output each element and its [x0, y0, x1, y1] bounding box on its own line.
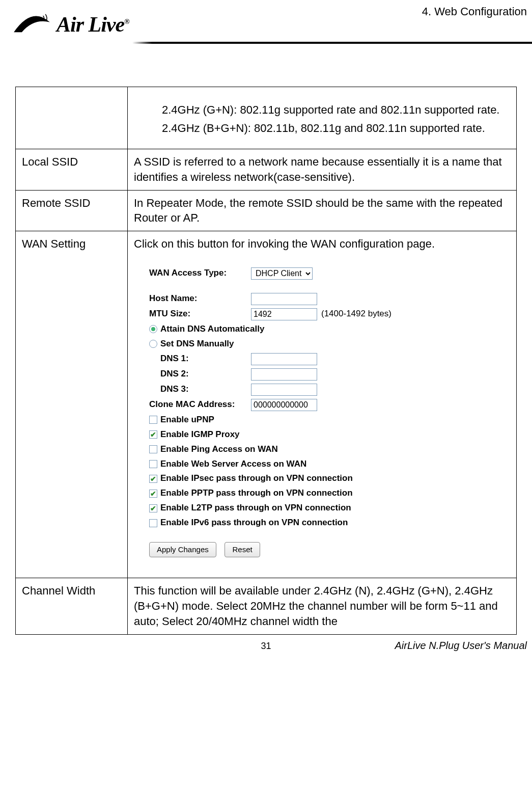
wan-setting-cell: Click on this button for invoking the WA…: [128, 231, 517, 578]
clone-mac-input[interactable]: [251, 399, 317, 411]
remote-ssid-label: Remote SSID: [16, 190, 128, 231]
content-area: 2.4GHz (G+N): 802.11g supported rate and…: [0, 76, 532, 635]
apply-changes-button[interactable]: Apply Changes: [149, 542, 216, 557]
dns1-label: DNS 1:: [149, 353, 251, 365]
channel-width-desc: This function will be available under 2.…: [128, 578, 517, 634]
host-name-input[interactable]: [251, 293, 317, 305]
dns-manual-label: Set DNS Manually: [160, 338, 234, 350]
table-cell-empty: [16, 87, 128, 149]
chapter-title: 4. Web Configuration: [422, 5, 527, 18]
wan-intro: Click on this button for invoking the WA…: [134, 236, 510, 252]
cb-l2tp-label: Enable L2TP pass through on VPN connecti…: [160, 502, 351, 514]
table-cell-rates: 2.4GHz (G+N): 802.11g supported rate and…: [128, 87, 517, 149]
wan-config-panel: WAN Access Type: DHCP Client Host Name:: [149, 267, 455, 573]
svg-point-0: [39, 17, 42, 19]
reset-button[interactable]: Reset: [225, 542, 260, 557]
mtu-label: MTU Size:: [149, 308, 251, 320]
cb-igmp[interactable]: [149, 430, 157, 439]
cb-ipv6-label: Enable IPv6 pass through on VPN connecti…: [160, 517, 348, 529]
dns3-input[interactable]: [251, 384, 317, 396]
logo-text: Air Live®: [57, 12, 129, 37]
config-table: 2.4GHz (G+N): 802.11g supported rate and…: [15, 87, 517, 635]
wan-access-type-select[interactable]: DHCP Client: [251, 267, 313, 280]
cb-upnp-label: Enable uPNP: [160, 414, 214, 426]
cb-ping[interactable]: [149, 445, 157, 453]
logo: Air Live®: [10, 10, 129, 38]
cb-ipsec[interactable]: [149, 475, 157, 483]
page-footer: 31 AirLive N.Plug User's Manual: [0, 635, 532, 662]
dns2-input[interactable]: [251, 368, 317, 381]
manual-title: AirLive N.Plug User's Manual: [353, 640, 527, 652]
mtu-input[interactable]: [251, 308, 317, 320]
logo-swoosh-icon: [10, 10, 53, 38]
local-ssid-desc: A SSID is referred to a network name bec…: [128, 149, 517, 190]
cb-web-label: Enable Web Server Access on WAN: [160, 458, 306, 470]
page-header: 4. Web Configuration Air Live®: [0, 0, 532, 76]
cb-ping-label: Enable Ping Access on WAN: [160, 444, 278, 455]
channel-width-label: Channel Width: [16, 578, 128, 634]
rate-gn: 2.4GHz (G+N): 802.11g supported rate and…: [162, 102, 510, 118]
cb-ipv6[interactable]: [149, 519, 157, 527]
rate-bgn: 2.4GHz (B+G+N): 802.11b, 802.11g and 802…: [162, 121, 510, 136]
local-ssid-label: Local SSID: [16, 149, 128, 190]
cb-pptp-label: Enable PPTP pass through on VPN connecti…: [160, 488, 353, 499]
dns1-input[interactable]: [251, 353, 317, 365]
dns-auto-label: Attain DNS Automatically: [160, 323, 264, 335]
wan-setting-label: WAN Setting: [16, 231, 128, 578]
clone-mac-label: Clone MAC Address:: [149, 399, 251, 411]
wan-access-type-label: WAN Access Type:: [149, 267, 251, 279]
dns3-label: DNS 3:: [149, 384, 251, 395]
logo-text-inner: Air Live: [57, 13, 124, 36]
header-rule: [132, 42, 532, 44]
cb-web[interactable]: [149, 460, 157, 468]
dns-manual-radio[interactable]: [149, 340, 157, 348]
registered-icon: ®: [124, 18, 129, 25]
dns-auto-radio[interactable]: [149, 325, 157, 333]
cb-l2tp[interactable]: [149, 504, 157, 512]
remote-ssid-desc: In Repeater Mode, the remote SSID should…: [128, 190, 517, 231]
page-number: 31: [179, 641, 353, 652]
cb-upnp[interactable]: [149, 416, 157, 424]
cb-pptp[interactable]: [149, 490, 157, 498]
mtu-hint: (1400-1492 bytes): [321, 308, 391, 320]
cb-igmp-label: Enable IGMP Proxy: [160, 429, 240, 441]
cb-ipsec-label: Enable IPsec pass through on VPN connect…: [160, 473, 353, 484]
host-name-label: Host Name:: [149, 293, 251, 305]
dns2-label: DNS 2:: [149, 368, 251, 380]
